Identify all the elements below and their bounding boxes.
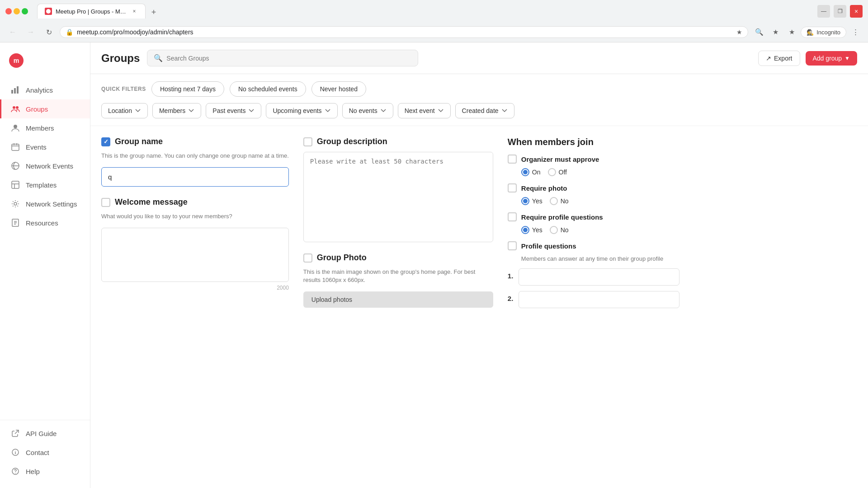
on-option[interactable]: On (521, 168, 541, 176)
sidebar-item-analytics[interactable]: Analytics (0, 80, 90, 99)
main-header: Groups 🔍 ↗ Export Add group ▼ (90, 42, 868, 74)
forward-button[interactable]: → (24, 25, 38, 39)
svg-rect-3 (11, 90, 13, 94)
group-description-checkbox[interactable] (303, 137, 312, 146)
link-icon (10, 428, 20, 438)
filter-upcoming-events[interactable]: Upcoming events (266, 103, 337, 118)
chevron-down-icon: ▼ (844, 55, 850, 61)
templates-icon (10, 180, 20, 190)
question-2-input[interactable] (519, 291, 679, 308)
sidebar-item-contact[interactable]: Contact (0, 443, 90, 462)
filter-next-event[interactable]: Next event (398, 103, 451, 118)
group-description-label: Group description (317, 137, 387, 146)
filter-chip-never-hosted[interactable]: Never hosted (311, 81, 366, 97)
sidebar-item-help[interactable]: Help (0, 462, 90, 481)
window-close-button[interactable]: × (5, 8, 12, 14)
export-button[interactable]: ↗ Export (758, 51, 800, 66)
filter-chip-no-scheduled[interactable]: No scheduled events (230, 81, 306, 97)
search-icon: 🔍 (154, 54, 163, 62)
search-bar[interactable]: 🔍 (147, 50, 418, 66)
require-pq-no-radio[interactable] (550, 226, 558, 234)
window-minimize-button[interactable] (14, 8, 20, 14)
filter-members[interactable]: Members (152, 103, 201, 118)
dropdown-filters-row: Location Members Past events Upcoming ev… (101, 103, 857, 118)
require-photo-yes-radio[interactable] (521, 197, 529, 205)
incognito-badge[interactable]: 🕵 Incognito (801, 27, 846, 38)
window-minimize-btn[interactable]: — (817, 5, 830, 18)
off-option[interactable]: Off (548, 168, 567, 176)
sidebar-item-api-guide[interactable]: API Guide (0, 424, 90, 443)
main-content: Groups 🔍 ↗ Export Add group ▼ QUICK FILT… (90, 42, 868, 488)
upload-photos-button[interactable]: Upload photos (303, 291, 493, 308)
search-icon-btn[interactable]: 🔍 (752, 25, 766, 39)
meetup-logo: m (9, 53, 24, 68)
menu-icon-btn[interactable]: ⋮ (848, 25, 863, 39)
sidebar-item-label: Help (26, 468, 40, 475)
sidebar-item-network-settings[interactable]: Network Settings (0, 194, 90, 213)
organizer-approve-checkbox[interactable] (508, 155, 517, 164)
window-close-btn[interactable]: × (850, 5, 863, 18)
export-icon: ↗ (766, 55, 771, 62)
organizer-approve-row: Organizer must approve (508, 155, 679, 164)
filter-chip-hosting[interactable]: Hosting next 7 days (151, 81, 224, 97)
welcome-message-checkbox[interactable] (101, 198, 110, 207)
incognito-label: Incognito (816, 29, 840, 36)
filter-created-date[interactable]: Created date (455, 103, 514, 118)
address-bar[interactable]: 🔒 meetup.com/pro/moodjoy/admin/chapters … (60, 26, 748, 38)
content-area: Group name This is the group name. You c… (90, 126, 868, 488)
require-photo-no-radio[interactable] (550, 197, 558, 205)
bookmark-icon-btn[interactable]: ★ (768, 25, 783, 39)
svg-point-8 (14, 125, 17, 128)
new-tab-button[interactable]: + (147, 6, 160, 19)
tab-title: Meetup Pro | Groups - Meetup (56, 8, 127, 15)
sidebar-item-label: Analytics (26, 86, 53, 94)
refresh-button[interactable]: ↻ (42, 25, 56, 39)
sidebar-item-resources[interactable]: Resources (0, 213, 90, 232)
question-1-row: 1. (508, 268, 679, 286)
sidebar-item-network-events[interactable]: Network Events (0, 156, 90, 175)
question-1-input[interactable] (519, 268, 679, 286)
group-name-input[interactable] (101, 167, 289, 187)
sidebar-item-members[interactable]: Members (0, 118, 90, 137)
svg-text:m: m (14, 57, 19, 64)
sidebar-item-templates[interactable]: Templates (0, 175, 90, 194)
group-name-checkbox[interactable] (101, 137, 110, 146)
extensions-icon-btn[interactable]: ★ (784, 25, 799, 39)
active-tab[interactable]: Meetup Pro | Groups - Meetup × (37, 4, 146, 19)
require-pq-no-option[interactable]: No (550, 226, 569, 234)
filter-no-events[interactable]: No events (342, 103, 393, 118)
require-profile-questions-checkbox[interactable] (508, 212, 517, 221)
require-pq-yes-radio[interactable] (521, 226, 529, 234)
group-name-section: Group name This is the group name. You c… (101, 137, 289, 187)
off-radio[interactable] (548, 168, 556, 176)
url-input[interactable]: meetup.com/pro/moodjoy/admin/chapters (77, 28, 733, 36)
group-description-textarea[interactable] (303, 152, 493, 242)
welcome-message-textarea[interactable] (101, 228, 289, 282)
require-photo-row: Require photo (508, 183, 679, 192)
sidebar-item-label: Resources (26, 219, 58, 227)
sidebar-item-events[interactable]: Events (0, 137, 90, 156)
filter-past-events[interactable]: Past events (206, 103, 261, 118)
group-description-header: Group description (303, 137, 493, 146)
profile-questions-checkbox[interactable] (508, 241, 517, 250)
add-group-button[interactable]: Add group ▼ (806, 51, 858, 66)
search-input[interactable] (166, 55, 411, 62)
sidebar-item-groups[interactable]: Groups (0, 99, 90, 118)
back-button[interactable]: ← (5, 25, 20, 39)
require-photo-no-option[interactable]: No (550, 197, 569, 205)
require-pq-yes-option[interactable]: Yes (521, 226, 542, 234)
window-restore-btn[interactable]: ❐ (834, 5, 846, 18)
window-maximize-button[interactable] (22, 8, 28, 14)
require-photo-yes-option[interactable]: Yes (521, 197, 542, 205)
toolbar-actions: 🔍 ★ ★ 🕵 Incognito ⋮ (752, 25, 863, 39)
tab-close-button[interactable]: × (131, 8, 138, 15)
on-radio[interactable] (521, 168, 529, 176)
require-photo-checkbox[interactable] (508, 183, 517, 192)
incognito-icon: 🕵 (807, 29, 814, 36)
filter-location[interactable]: Location (101, 103, 148, 118)
members-icon (10, 123, 20, 133)
group-photo-checkbox[interactable] (303, 253, 312, 263)
question-1-number: 1. (508, 272, 514, 280)
svg-point-16 (15, 473, 16, 474)
sidebar-item-label: Templates (26, 181, 57, 189)
